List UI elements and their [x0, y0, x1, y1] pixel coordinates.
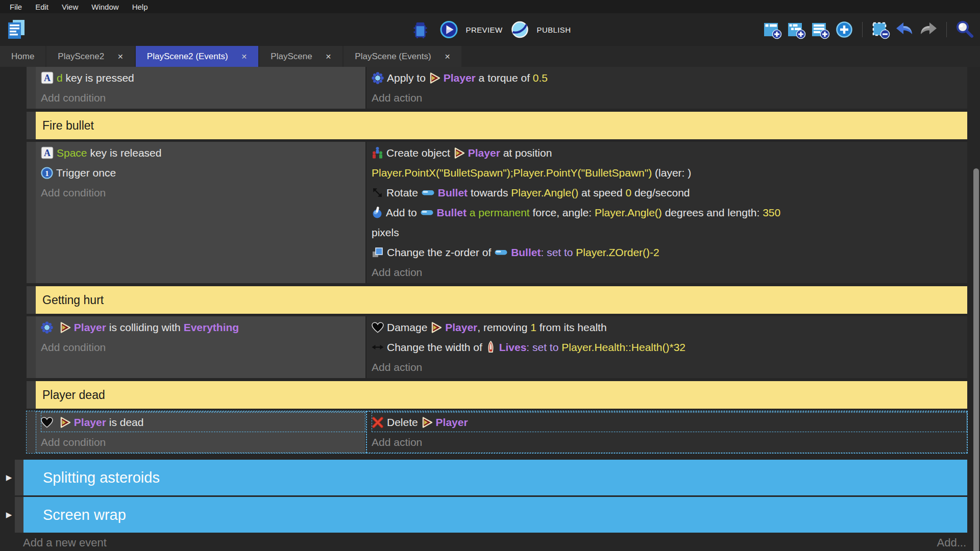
search-icon[interactable]	[953, 18, 976, 41]
menu-view[interactable]: View	[55, 1, 85, 13]
text-segment: at position	[500, 147, 552, 159]
add-action-button[interactable]: Add action	[372, 262, 967, 282]
action-line[interactable]: Create object Player at position	[372, 143, 967, 163]
menu-edit[interactable]: Edit	[29, 1, 55, 13]
event-drag-handle[interactable]	[27, 411, 36, 453]
action-line[interactable]: Delete Player	[372, 412, 967, 432]
event-drag-handle[interactable]	[27, 381, 36, 409]
chevron-right-icon[interactable]: ▶	[3, 460, 15, 495]
actions-cell: Damage Player, removing 1 from its healt…	[366, 316, 967, 378]
text-segment: : set to	[526, 341, 561, 354]
tab-playscene2[interactable]: PlayScene2✕	[46, 46, 134, 67]
add-more-button[interactable]: Add...	[937, 536, 966, 549]
text-segment: Bullet	[438, 187, 468, 199]
chevron-right-icon[interactable]: ▶	[3, 497, 15, 533]
trigger-once-icon: 1	[41, 167, 53, 179]
add-action-button[interactable]: Add action	[372, 88, 967, 108]
preview-label: PREVIEW	[466, 26, 503, 34]
comment-text[interactable]: Fire bullet	[36, 112, 967, 139]
text-segment: force, angle:	[530, 207, 595, 219]
add-new-event-button[interactable]: Add a new event	[23, 536, 107, 549]
text-segment: towards	[468, 187, 511, 199]
text-segment: 0.5	[533, 72, 548, 84]
event-drag-handle[interactable]	[15, 497, 23, 533]
add-action-button[interactable]: Add action	[372, 357, 967, 377]
add-subevent-icon[interactable]	[785, 18, 807, 41]
add-event-icon[interactable]	[761, 18, 783, 41]
condition-line[interactable]: 1Trigger once	[41, 163, 365, 183]
event-drag-handle[interactable]	[27, 316, 36, 378]
lives-icon	[485, 341, 496, 354]
action-line[interactable]: Apply to Player a torque of 0.5	[372, 68, 967, 88]
events-list: Ad key is pressedAdd conditionApply to P…	[0, 67, 980, 533]
condition-line[interactable]: Player is colliding with Everything	[41, 317, 365, 337]
comment-row: Fire bullet	[27, 112, 967, 139]
zorder-icon	[372, 246, 384, 259]
tab-home[interactable]: Home	[0, 46, 45, 67]
add-action-button[interactable]: Add action	[372, 432, 967, 452]
action-line[interactable]: Change the width of Lives: set to Player…	[372, 337, 967, 357]
close-tab-icon[interactable]: ✕	[326, 53, 332, 61]
preview-button[interactable]: PREVIEW	[440, 20, 503, 39]
add-condition-button[interactable]: Add condition	[41, 432, 365, 452]
action-line[interactable]: Rotate Bullet towards Player.Angle() at …	[372, 183, 967, 203]
add-condition-button[interactable]: Add condition	[41, 183, 365, 203]
add-comment-icon[interactable]	[809, 18, 831, 41]
text-segment: a torque of	[476, 72, 533, 84]
event-drag-handle[interactable]	[27, 67, 36, 109]
action-line[interactable]: Damage Player, removing 1 from its healt…	[372, 317, 967, 337]
project-manager-icon[interactable]	[5, 18, 28, 41]
group-row: ▶Splitting asteroids	[3, 460, 967, 495]
condition-line[interactable]: ASpace key is released	[41, 143, 365, 163]
group-title[interactable]: Screen wrap	[23, 497, 967, 533]
action-line[interactable]: Add to Bullet a permanent force, angle: …	[372, 203, 967, 222]
action-line[interactable]: Change the z-order of Bullet: set to Pla…	[372, 242, 967, 262]
text-segment: a permanent	[467, 207, 530, 219]
toolbar-divider	[946, 22, 947, 37]
event-drag-handle[interactable]	[27, 142, 36, 283]
tab-playscene2-events[interactable]: PlayScene2 (Events)✕	[136, 46, 258, 67]
redo-icon[interactable]	[917, 18, 940, 41]
tab-playscene-events[interactable]: PlayScene (Events)✕	[344, 46, 461, 67]
group-row: ▶Screen wrap	[3, 497, 967, 533]
action-line[interactable]: Player.PointX("BulletSpawn");Player.Poin…	[372, 163, 967, 183]
close-tab-icon[interactable]: ✕	[445, 53, 451, 61]
event-row: Ad key is pressedAdd conditionApply to P…	[27, 67, 967, 109]
action-line[interactable]: pixels	[372, 222, 967, 242]
toolbar-left	[5, 13, 28, 46]
comment-text[interactable]: Getting hurt	[36, 286, 967, 314]
comment-text[interactable]: Player dead	[36, 381, 967, 409]
text-segment: Player	[74, 416, 106, 429]
event-drag-handle[interactable]	[15, 460, 23, 495]
tab-label: PlayScene2 (Events)	[147, 52, 228, 62]
add-condition-button[interactable]: Add condition	[41, 88, 365, 108]
menu-window[interactable]: Window	[85, 1, 125, 13]
comment-row: Player dead	[27, 381, 967, 409]
event-drag-handle[interactable]	[27, 286, 36, 314]
close-tab-icon[interactable]: ✕	[117, 53, 124, 61]
add-condition-button[interactable]: Add condition	[41, 337, 365, 357]
text-segment: deg/second	[631, 187, 690, 199]
add-new-icon[interactable]	[833, 18, 855, 41]
publish-button[interactable]: PUBLISH	[510, 20, 571, 39]
player-icon	[59, 321, 71, 334]
close-tab-icon[interactable]: ✕	[241, 53, 248, 61]
group-title[interactable]: Splitting asteroids	[23, 460, 967, 495]
debug-icon[interactable]	[409, 18, 432, 41]
remove-selection-icon[interactable]	[869, 18, 892, 41]
text-segment: Trigger once	[56, 167, 116, 179]
comment-row: Getting hurt	[27, 286, 967, 314]
sheet-footer: Add a new event Add...	[23, 536, 966, 549]
tab-label: PlayScene	[271, 52, 312, 62]
keyboard-icon: A	[41, 146, 54, 159]
menu-file[interactable]: File	[3, 1, 29, 13]
undo-icon[interactable]	[893, 18, 916, 41]
condition-line[interactable]: Ad key is pressed	[41, 68, 365, 88]
physics-icon	[372, 72, 384, 84]
event-drag-handle[interactable]	[27, 112, 36, 139]
menu-help[interactable]: Help	[126, 1, 155, 13]
tab-playscene[interactable]: PlayScene✕	[259, 46, 342, 67]
scrollbar-thumb[interactable]	[973, 168, 979, 551]
text-segment: Apply to	[387, 72, 429, 84]
condition-line[interactable]: Player is dead	[41, 412, 365, 432]
